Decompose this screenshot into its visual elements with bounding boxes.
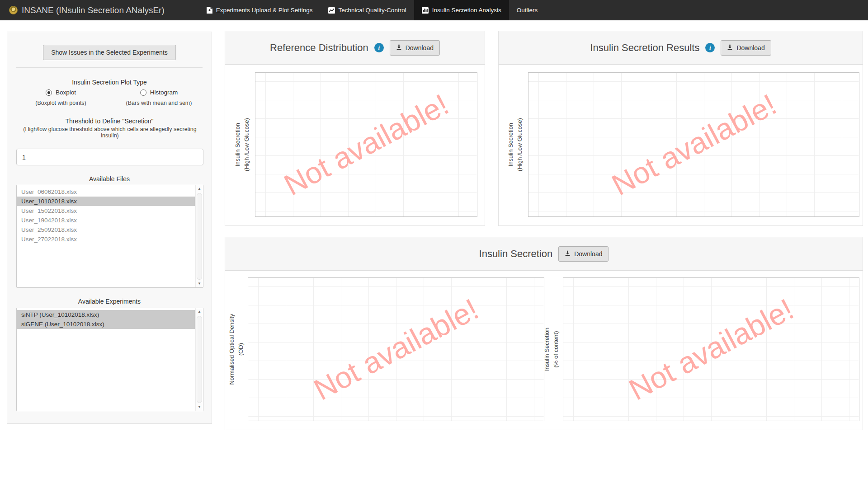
list-item[interactable]: User_06062018.xlsx [17, 187, 195, 197]
show-issues-button[interactable]: Show Issues in the Selected Experiments [43, 45, 176, 60]
radio-histogram[interactable]: Histogram [110, 89, 208, 96]
list-item[interactable]: User_10102018.xlsx [17, 197, 195, 206]
percent-content-plot: Not available! [563, 277, 859, 421]
reference-distribution-header: Reference Distribution i Download [225, 31, 485, 65]
navbar: INSANE (INsulin Secretion ANalysEr) Expe… [0, 0, 868, 20]
radio-boxplot-icon[interactable] [46, 89, 52, 96]
insulin-secretion-panel: Insulin Secretion Download Normalised Op… [225, 237, 863, 430]
list-item[interactable]: User_27022018.xlsx [17, 235, 195, 244]
threshold-caption: (High/low glucose threshold above which … [19, 126, 200, 139]
download-icon [727, 44, 733, 52]
threshold-label: Threshold to Define "Secretion" [7, 117, 212, 125]
app-brand: INSANE (INsulin Secretion ANalysEr) [0, 0, 173, 20]
y-axis-label: Insulin Secretion (High /Low Glucose) [506, 72, 524, 217]
line-chart-icon [328, 7, 335, 14]
download-button[interactable]: Download [390, 40, 440, 56]
scrollbar-thumb[interactable] [197, 193, 202, 280]
list-item[interactable]: siGENE (User_10102018.xlsx) [17, 319, 195, 329]
file-icon [207, 7, 212, 14]
boxplot-caption: (Boxplot with points) [12, 100, 110, 106]
download-label: Download [736, 44, 764, 52]
y-axis-label: Insulin Secretion (High /Low Glucose) [233, 72, 251, 217]
info-icon[interactable]: i [705, 43, 715, 52]
sidebar-divider [16, 67, 203, 68]
download-label: Download [574, 250, 602, 258]
available-experiments-list[interactable]: siNTP (User_10102018.xlsx) siGENE (User_… [16, 308, 203, 411]
radio-histogram-icon[interactable] [140, 89, 146, 96]
not-available-watermark: Not available! [278, 87, 454, 202]
insulin-secretion-results-panel: Insulin Secretion Results i Download Ins… [498, 31, 863, 226]
scroll-down-icon[interactable]: ▼ [196, 404, 203, 411]
nav-tabs: Experiments Upload & Plot Settings Techn… [199, 0, 546, 20]
bar-chart-icon [422, 7, 429, 14]
app-logo-icon [9, 6, 18, 14]
download-label: Download [406, 44, 434, 52]
tab-label: Technical Quality-Control [339, 7, 406, 14]
radio-boxplot-label: Boxplot [56, 89, 76, 96]
plot-type-label: Insulin Secretion Plot Type [7, 79, 212, 86]
available-files-list[interactable]: User_06062018.xlsx User_10102018.xlsx Us… [16, 185, 203, 288]
tab-label: Experiments Upload & Plot Settings [216, 7, 313, 14]
tab-label: Insulin Secretion Analysis [432, 7, 501, 14]
files-list-scrollbar[interactable]: ▲ ▼ [195, 185, 203, 287]
scroll-up-icon[interactable]: ▲ [196, 185, 203, 192]
threshold-input[interactable] [16, 149, 203, 165]
panel-title: Insulin Secretion Results [590, 42, 699, 54]
not-available-watermark: Not available! [623, 292, 799, 407]
available-files-label: Available Files [7, 175, 212, 183]
tab-experiments-upload[interactable]: Experiments Upload & Plot Settings [199, 0, 321, 20]
insulin-secretion-header: Insulin Secretion Download [225, 237, 863, 271]
tab-insulin-secretion-analysis[interactable]: Insulin Secretion Analysis [414, 0, 509, 20]
available-experiments-label: Available Experiments [7, 298, 212, 305]
panel-title: Insulin Secretion [479, 248, 553, 260]
not-available-watermark: Not available! [308, 292, 484, 407]
app-title: INSANE (INsulin Secretion ANalysEr) [22, 5, 165, 15]
y-axis-label: Insulin Secretion (% of content) [542, 277, 561, 421]
insulin-secretion-results-header: Insulin Secretion Results i Download [499, 31, 863, 65]
download-icon [396, 44, 402, 52]
sidebar-panel: Show Issues in the Selected Experiments … [7, 32, 212, 424]
reference-distribution-plot: Not available! [255, 72, 477, 217]
tab-outliers[interactable]: Outliers [509, 0, 546, 20]
download-button[interactable]: Download [721, 40, 771, 56]
panel-title: Reference Distribution [270, 42, 368, 54]
download-button[interactable]: Download [558, 246, 609, 262]
scroll-up-icon[interactable]: ▲ [196, 308, 203, 315]
reference-distribution-panel: Reference Distribution i Download Insuli… [225, 31, 485, 226]
scrollbar-thumb[interactable] [197, 316, 202, 403]
download-icon [565, 250, 571, 258]
list-item[interactable]: User_19042018.xlsx [17, 216, 195, 225]
scroll-down-icon[interactable]: ▼ [196, 280, 203, 287]
insulin-secretion-results-plot: Not available! [528, 72, 859, 217]
histogram-caption: (Bars with mean and sem) [110, 100, 208, 106]
list-item[interactable]: User_15022018.xlsx [17, 206, 195, 216]
not-available-watermark: Not available! [606, 87, 782, 202]
normalised-od-plot: Not available! [248, 277, 544, 421]
radio-histogram-label: Histogram [150, 89, 178, 96]
list-item[interactable]: User_25092018.xlsx [17, 225, 195, 235]
tab-label: Outliers [517, 7, 538, 14]
list-item[interactable]: siNTP (User_10102018.xlsx) [17, 310, 195, 319]
radio-boxplot[interactable]: Boxplot [12, 89, 110, 96]
experiments-list-scrollbar[interactable]: ▲ ▼ [195, 308, 203, 411]
plot-type-radio-group: Boxplot Histogram (Boxplot with points) … [12, 89, 208, 106]
y-axis-label: Normalised Optical Density (OD) [227, 277, 245, 421]
tab-technical-qc[interactable]: Technical Quality-Control [321, 0, 414, 20]
info-icon[interactable]: i [374, 43, 384, 52]
